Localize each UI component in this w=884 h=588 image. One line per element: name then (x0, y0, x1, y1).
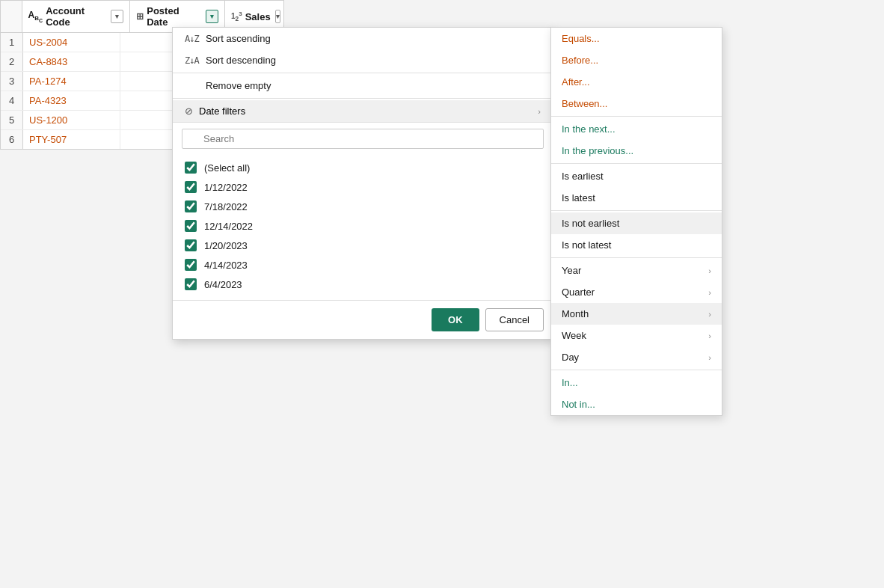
is-earliest-label: Is earliest (562, 171, 604, 182)
account-cell: CA-8843 (23, 52, 120, 71)
day-chevron: › (708, 353, 711, 362)
checkbox-date-6-input[interactable] (185, 278, 197, 290)
remove-empty-item[interactable]: Remove empty (173, 75, 553, 97)
date-filter-arrow[interactable]: ▾ (206, 10, 218, 23)
submenu-in-prev[interactable]: In the previous... (551, 140, 722, 162)
submenu-is-latest[interactable]: Is latest (551, 187, 722, 209)
is-not-earliest-label: Is not earliest (562, 218, 619, 229)
row-num: 5 (1, 111, 23, 129)
row-num: 3 (1, 72, 23, 91)
checkbox-date-5-input[interactable] (185, 259, 197, 271)
checkbox-date-1-input[interactable] (185, 181, 197, 193)
account-cell: PTY-507 (23, 130, 120, 149)
checkbox-date-2-label: 7/18/2022 (204, 201, 248, 212)
row-num: 2 (1, 52, 23, 71)
before-label: Before... (562, 55, 598, 66)
account-cell: PA-4323 (23, 91, 120, 110)
date-filters-item[interactable]: ⊘ Date filters › (173, 100, 553, 122)
submenu-month[interactable]: Month › (551, 303, 722, 325)
row-num: 4 (1, 91, 23, 110)
sort-ascending-icon: A↓Z (185, 34, 200, 44)
num-icon: 123 (231, 10, 242, 22)
submenu-between[interactable]: Between... (551, 93, 722, 114)
is-not-latest-label: Is not latest (562, 239, 611, 251)
sort-ascending-item[interactable]: A↓Z Sort ascending (173, 28, 553, 49)
sales-label: Sales (245, 11, 271, 22)
filter-icon: ⊘ (185, 105, 193, 117)
column-header-account[interactable]: ABC Account Code ▾ (22, 1, 131, 32)
checkbox-date-3[interactable]: 12/14/2022 (182, 216, 544, 236)
account-code-label: Account Code (46, 5, 106, 28)
year-label: Year (562, 265, 581, 276)
date-filters-label: Date filters (199, 105, 532, 117)
checkbox-date-1[interactable]: 1/12/2022 (182, 177, 544, 197)
submenu-before[interactable]: Before... (551, 49, 722, 71)
search-container: 🔍 (182, 129, 544, 149)
row-num: 1 (1, 33, 23, 52)
week-label: Week (562, 330, 586, 341)
account-filter-arrow[interactable]: ▾ (111, 10, 123, 23)
checkbox-date-5[interactable]: 4/14/2023 (182, 255, 544, 275)
in-label: In... (562, 377, 578, 388)
checkbox-select-all-input[interactable] (185, 162, 197, 174)
row-num: 6 (1, 130, 23, 149)
checkbox-list: (Select all) 1/12/2022 7/18/2022 12/14/2… (173, 155, 553, 300)
submenu-divider (551, 116, 722, 117)
submenu-is-earliest[interactable]: Is earliest (551, 165, 722, 187)
year-chevron: › (708, 266, 711, 275)
in-next-label: In the next... (562, 123, 616, 135)
not-in-label: Not in... (562, 399, 595, 410)
month-chevron: › (708, 310, 711, 319)
quarter-label: Quarter (562, 287, 595, 298)
sales-filter-arrow[interactable]: ▾ (275, 10, 280, 23)
week-chevron: › (708, 331, 711, 340)
checkbox-date-6-label: 6/4/2023 (204, 279, 242, 290)
checkbox-select-all[interactable]: (Select all) (182, 158, 544, 177)
checkbox-date-1-label: 1/12/2022 (204, 182, 248, 193)
submenu-day[interactable]: Day › (551, 346, 722, 368)
account-cell: US-2004 (23, 33, 120, 52)
checkbox-date-4-input[interactable] (185, 239, 197, 251)
filter-dropdown: A↓Z Sort ascending Z↓A Sort descending R… (172, 27, 553, 340)
submenu-in[interactable]: In... (551, 372, 722, 393)
abc-icon: ABC (28, 10, 43, 23)
checkbox-date-6[interactable]: 6/4/2023 (182, 275, 544, 294)
submenu-year[interactable]: Year › (551, 260, 722, 281)
date-submenu: Equals... Before... After... Between... … (550, 27, 722, 416)
remove-empty-label: Remove empty (206, 80, 271, 91)
account-cell: US-1200 (23, 111, 120, 129)
between-label: Between... (562, 98, 607, 109)
cancel-button[interactable]: Cancel (485, 308, 544, 331)
submenu-is-not-latest[interactable]: Is not latest (551, 234, 722, 256)
sort-descending-item[interactable]: Z↓A Sort descending (173, 49, 553, 71)
submenu-quarter[interactable]: Quarter › (551, 281, 722, 303)
search-wrap: 🔍 (173, 122, 553, 155)
account-cell: PA-1274 (23, 72, 120, 91)
submenu-is-not-earliest[interactable]: Is not earliest (551, 212, 722, 234)
checkbox-date-4[interactable]: 1/20/2023 (182, 236, 544, 255)
checkbox-date-2-input[interactable] (185, 200, 197, 212)
checkbox-date-3-input[interactable] (185, 220, 197, 232)
sort-ascending-label: Sort ascending (206, 33, 271, 44)
ok-button[interactable]: OK (432, 308, 479, 331)
checkbox-date-4-label: 1/20/2023 (204, 240, 248, 251)
checkbox-date-3-label: 12/14/2022 (204, 221, 253, 232)
checkbox-date-2[interactable]: 7/18/2022 (182, 197, 544, 216)
divider (173, 73, 553, 73)
date-filters-chevron: › (538, 107, 541, 116)
is-latest-label: Is latest (562, 192, 595, 203)
search-input[interactable] (182, 129, 544, 149)
submenu-divider (551, 370, 722, 370)
submenu-after[interactable]: After... (551, 71, 722, 93)
month-label: Month (562, 308, 589, 319)
submenu-in-next[interactable]: In the next... (551, 118, 722, 140)
submenu-week[interactable]: Week › (551, 325, 722, 346)
day-label: Day (562, 352, 579, 363)
submenu-divider (551, 210, 722, 211)
submenu-not-in[interactable]: Not in... (551, 393, 722, 415)
submenu-divider (551, 163, 722, 164)
date-icon: ⊞ (136, 11, 144, 22)
row-num-header (1, 1, 22, 32)
in-prev-label: In the previous... (562, 145, 633, 156)
submenu-equals[interactable]: Equals... (551, 28, 722, 49)
